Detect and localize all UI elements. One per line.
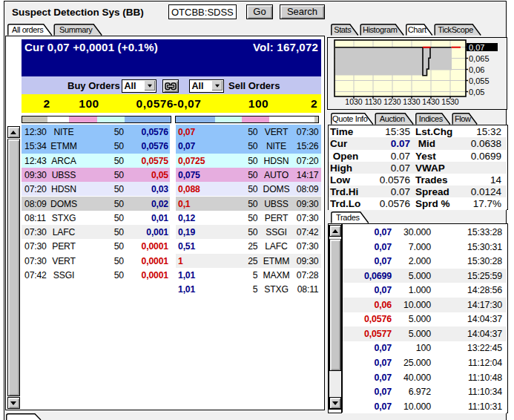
svg-text:Summary: Summary xyxy=(59,25,93,34)
svg-text:1530: 1530 xyxy=(441,97,459,106)
svg-text:Flow: Flow xyxy=(455,114,471,123)
svg-text:All orders: All orders xyxy=(12,25,44,34)
svg-text:1230: 1230 xyxy=(383,97,401,106)
svg-text:Quote Info: Quote Info xyxy=(332,114,368,123)
svg-text:Histogram: Histogram xyxy=(363,25,398,34)
svg-text:1330: 1330 xyxy=(403,97,421,106)
svg-text:0,05: 0,05 xyxy=(469,88,484,96)
svg-text:Auction: Auction xyxy=(380,114,405,123)
svg-text:TickScope: TickScope xyxy=(438,25,474,34)
svg-text:1430: 1430 xyxy=(422,97,440,106)
svg-text:1030: 1030 xyxy=(345,97,363,106)
svg-text:0,07: 0,07 xyxy=(469,43,484,52)
svg-text:0,06: 0,06 xyxy=(469,65,484,74)
svg-text:0,065: 0,065 xyxy=(469,54,490,63)
svg-text:0,055: 0,055 xyxy=(469,76,490,85)
svg-text:Indices: Indices xyxy=(419,114,444,123)
svg-text:Trades: Trades xyxy=(336,213,360,222)
svg-text:Stats: Stats xyxy=(334,25,352,34)
svg-text:1130: 1130 xyxy=(365,97,382,106)
svg-text:Chart: Chart xyxy=(408,25,426,34)
